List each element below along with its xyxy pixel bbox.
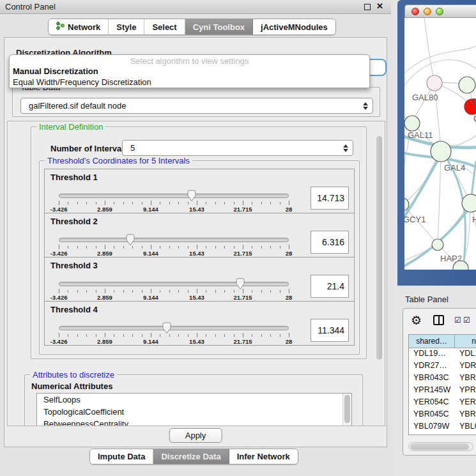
tab-network[interactable]: Network — [49, 19, 109, 35]
list-item[interactable]: SelfLoops — [37, 394, 351, 406]
tab-discretize-data[interactable]: Discretize Data — [153, 449, 229, 464]
number-of-intervals-select[interactable]: 5 — [122, 140, 353, 156]
table-row[interactable]: YBL079W YBL0 — [409, 421, 476, 433]
table-row[interactable]: YBR045C YBR0 — [409, 409, 476, 421]
network-node[interactable] — [459, 77, 475, 93]
tab-discretize-data-label: Discretize Data — [161, 452, 220, 461]
threshold-4-label: Threshold 4 — [50, 305, 98, 314]
table-cell[interactable]: YLR3 — [455, 433, 476, 435]
table-panel-toolbar: ⚙ ☑ ☑ — [403, 309, 476, 334]
threshold-1-slider[interactable]: -3.4262.8599.14415.4321.71528 — [59, 192, 289, 213]
table-cell[interactable]: YLR345W — [409, 433, 455, 435]
gear-icon[interactable]: ⚙ — [411, 313, 422, 328]
table-row[interactable]: YDR27… YDR2 — [409, 360, 476, 372]
control-panel-tabbar: Network Style Select Cyni Toolbox jActiv… — [48, 19, 336, 35]
threshold-3-row: Threshold 3 -3.4262.8599 — [44, 257, 355, 302]
table-row[interactable]: YPR145W YPR1 — [409, 385, 476, 397]
table-row[interactable]: YER054C YER0 — [409, 397, 476, 409]
slider-ticks — [59, 245, 289, 250]
table-cell[interactable]: YDR2 — [455, 360, 476, 372]
table-cell[interactable]: YBR0 — [455, 372, 476, 385]
table-cell[interactable]: YDL1 — [455, 348, 476, 360]
control-panel-header: Control Panel ✕ — [0, 0, 391, 14]
interval-definition-title: Interval Definition — [36, 122, 105, 132]
tab-style[interactable]: Style — [109, 19, 144, 35]
apply-button[interactable]: Apply — [169, 428, 222, 443]
list-item[interactable]: BetweennessCentrality — [37, 418, 351, 426]
attributes-list-scrollbar[interactable] — [342, 394, 351, 426]
tab-select[interactable]: Select — [144, 19, 185, 35]
table-row[interactable]: YBR043C YBR0 — [409, 372, 476, 385]
close-icon[interactable]: ✕ — [376, 1, 383, 11]
checkbox-icon[interactable]: ☑ — [454, 316, 461, 325]
float-window-icon[interactable] — [364, 4, 371, 10]
slider-track — [59, 326, 289, 330]
scrollbar-thumb[interactable] — [344, 395, 350, 423]
close-traffic-light-icon[interactable] — [411, 8, 419, 15]
spinner-arrows-icon — [363, 102, 368, 110]
threshold-4-slider[interactable]: -3.4262.8599.14415.4321.71528 — [59, 325, 289, 345]
tab-impute-data[interactable]: Impute Data — [90, 449, 153, 464]
split-columns-icon[interactable] — [433, 315, 444, 325]
table-cell[interactable]: YPR1 — [455, 385, 476, 397]
column-header-shared-name[interactable]: shared… — [409, 335, 455, 348]
table-cell[interactable]: YPR145W — [409, 385, 455, 397]
table-cell[interactable]: YBL0 — [455, 421, 476, 433]
table-cell[interactable]: YDR27… — [409, 360, 455, 372]
scrollbar-thumb[interactable] — [376, 136, 382, 360]
table-cell[interactable]: YBR045C — [409, 409, 455, 421]
network-canvas[interactable]: GAL80 G C GAL11 GAL4 GCY1 H HAP2 — [404, 18, 476, 270]
node-label-partial-g: G — [471, 96, 476, 106]
control-panel-title: Control Panel — [5, 2, 56, 12]
table-data-select[interactable]: galFiltered.sif default node — [20, 98, 373, 114]
network-node[interactable] — [462, 194, 476, 212]
minimize-traffic-light-icon[interactable] — [424, 8, 431, 15]
tab-select-label: Select — [152, 22, 176, 32]
threshold-2-value-field[interactable]: 6.316 — [311, 231, 349, 254]
threshold-4-row: Threshold 4 -3.4262.8599 — [44, 301, 355, 346]
column-header-name[interactable]: n — [455, 335, 476, 348]
table-row[interactable]: YDL19… YDL1 — [409, 348, 476, 360]
settings-vertical-scrollbar[interactable] — [374, 122, 384, 425]
list-item[interactable]: TopologicalCoefficient — [37, 406, 351, 418]
table-cell[interactable]: YBR043C — [409, 372, 455, 385]
table-cell[interactable]: YBR0 — [455, 409, 476, 421]
node-label-hap2: HAP2 — [440, 254, 462, 263]
threshold-2-row: Threshold 2 -3.4262.8599 — [44, 213, 355, 257]
numerical-attributes-list[interactable]: SelfLoops TopologicalCoefficient Between… — [36, 393, 352, 426]
tab-infer-network-label: Infer Network — [237, 452, 290, 461]
cyni-bottom-tabbar: Impute Data Discretize Data Infer Networ… — [89, 449, 298, 464]
network-node[interactable] — [404, 116, 420, 131]
threshold-3-slider[interactable]: -3.4262.8599.14415.4321.71528 — [59, 280, 289, 301]
table-horizontal-scrollbar[interactable] — [408, 442, 473, 451]
network-window-titlebar[interactable] — [404, 4, 476, 18]
table-cell[interactable]: YER054C — [409, 397, 455, 409]
threshold-1-value-field[interactable]: 14.713 — [311, 187, 349, 210]
table-panel-window: ⚙ ☑ ☑ shared… n YDL19… YDL1 YDR27… YDR2 … — [403, 308, 476, 456]
threshold-3-value-field[interactable]: 21.4 — [311, 275, 349, 298]
checkbox-icon[interactable]: ☑ — [463, 316, 470, 325]
threshold-1-row: Threshold 1 -3.4262.8599 — [44, 169, 355, 213]
table-data-group: Table Data galFiltered.sif default node — [12, 87, 380, 117]
node-label-gal80: GAL80 — [412, 93, 438, 102]
tab-jactivemnodules[interactable]: jActiveMNodules — [253, 19, 335, 35]
network-node[interactable] — [432, 239, 443, 250]
threshold-2-slider[interactable]: -3.4262.8599.14415.4321.71528 — [59, 236, 289, 257]
slider-tick-labels: -3.4262.8599.14415.4321.71528 — [59, 206, 289, 213]
scrollbar-thumb[interactable] — [410, 443, 469, 450]
table-cell[interactable]: YDL19… — [409, 348, 455, 360]
node-label-gal4: GAL4 — [444, 163, 465, 173]
dropdown-option-manual-discretization[interactable]: Manual Discretization — [13, 66, 98, 76]
tab-infer-network[interactable]: Infer Network — [229, 449, 298, 464]
node-label-gcy1: GCY1 — [404, 215, 426, 224]
network-node[interactable] — [427, 75, 442, 91]
threshold-4-value-field[interactable]: 11.344 — [311, 319, 349, 342]
table-row[interactable]: YLR345W YLR3 — [409, 433, 476, 435]
tab-cyni-toolbox[interactable]: Cyni Toolbox — [185, 19, 253, 35]
tab-cyni-toolbox-label: Cyni Toolbox — [193, 22, 245, 32]
network-node[interactable] — [431, 141, 451, 162]
zoom-traffic-light-icon[interactable] — [436, 8, 443, 15]
table-cell[interactable]: YBL079W — [409, 421, 455, 433]
table-cell[interactable]: YER0 — [455, 397, 476, 409]
dropdown-option-equal-width-frequency[interactable]: Equal Width/Frequency Discretization — [13, 77, 151, 87]
